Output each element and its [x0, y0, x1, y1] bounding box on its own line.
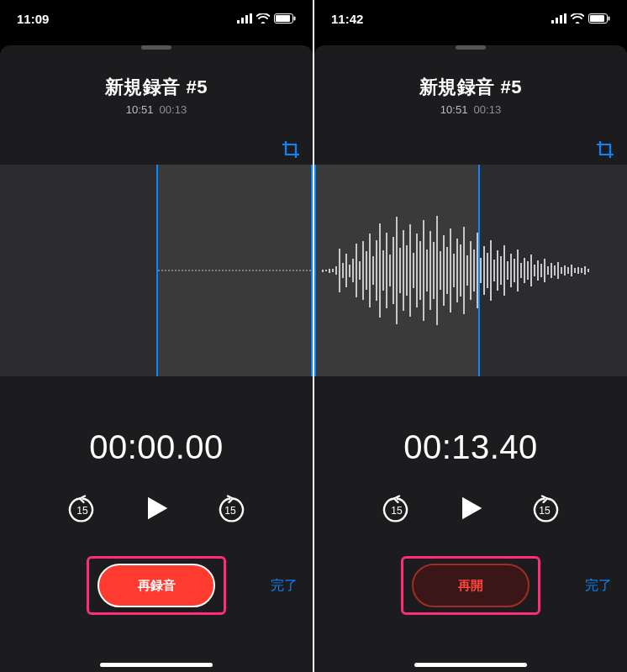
- svg-rect-11: [560, 15, 562, 24]
- waveform-area[interactable]: 00:0000:01: [0, 165, 313, 376]
- screen-right: 11:42 新規録音 #5 10:51 00:13: [314, 0, 627, 672]
- svg-text:15: 15: [224, 505, 236, 517]
- annotation-highlight: 再開: [401, 556, 540, 615]
- crop-icon[interactable]: [281, 139, 301, 163]
- annotation-highlight: 再録音: [87, 556, 226, 615]
- crop-icon[interactable]: [595, 139, 615, 163]
- svg-text:15: 15: [76, 505, 88, 517]
- screen-left: 11:09 新規録音 #5 10:51 00:13: [0, 0, 313, 672]
- playhead-time: 00:00.00: [0, 428, 313, 466]
- selection-handle-start[interactable]: [314, 165, 316, 376]
- done-button[interactable]: 完了: [271, 577, 298, 595]
- status-bar: 11:42: [314, 0, 627, 37]
- recording-meta: 10:51 00:13: [314, 103, 627, 116]
- record-button[interactable]: 再開: [412, 564, 530, 607]
- status-icons: [237, 13, 296, 24]
- svg-rect-15: [609, 17, 610, 21]
- status-icons: [551, 13, 610, 24]
- recording-title[interactable]: 新規録音 #5: [0, 75, 313, 100]
- sheet-grabber[interactable]: [456, 45, 486, 50]
- wifi-icon: [571, 13, 584, 24]
- cellular-icon: [551, 13, 566, 24]
- waveform: [156, 270, 313, 271]
- svg-rect-3: [250, 13, 252, 24]
- playhead-time: 00:13.40: [314, 428, 627, 466]
- svg-rect-9: [551, 20, 554, 24]
- status-time: 11:42: [331, 12, 363, 26]
- svg-rect-12: [564, 13, 566, 24]
- recording-title[interactable]: 新規録音 #5: [314, 75, 627, 100]
- play-button[interactable]: [140, 491, 173, 528]
- record-button[interactable]: 再録音: [97, 564, 215, 607]
- battery-icon: [274, 13, 296, 24]
- svg-text:15: 15: [539, 505, 551, 517]
- cellular-icon: [237, 13, 252, 24]
- status-time: 11:09: [17, 12, 49, 26]
- play-button[interactable]: [454, 491, 487, 528]
- edit-sheet: 新規録音 #5 10:51 00:13 00:0000:01: [0, 45, 313, 672]
- svg-rect-6: [294, 17, 296, 21]
- svg-rect-0: [237, 20, 240, 24]
- recording-meta: 10:51 00:13: [0, 103, 313, 116]
- status-bar: 11:09: [0, 0, 313, 37]
- svg-rect-10: [556, 18, 558, 24]
- battery-icon: [588, 13, 610, 24]
- svg-text:15: 15: [391, 505, 403, 517]
- home-indicator[interactable]: [100, 663, 213, 667]
- edit-sheet: 新規録音 #5 10:51 00:13 00:1200:1300:14: [314, 45, 627, 672]
- waveform-area[interactable]: 00:1200:1300:14: [314, 165, 627, 376]
- svg-rect-14: [590, 15, 604, 22]
- svg-rect-5: [276, 15, 290, 22]
- svg-rect-2: [245, 15, 248, 24]
- skip-back-button[interactable]: 15: [382, 495, 412, 525]
- done-button[interactable]: 完了: [585, 577, 612, 595]
- svg-rect-1: [241, 18, 244, 24]
- home-indicator[interactable]: [414, 663, 527, 667]
- wifi-icon: [256, 13, 270, 24]
- skip-forward-button[interactable]: 15: [215, 495, 245, 525]
- skip-forward-button[interactable]: 15: [530, 495, 560, 525]
- waveform: [320, 216, 627, 325]
- sheet-grabber[interactable]: [141, 45, 171, 50]
- skip-back-button[interactable]: 15: [67, 495, 97, 525]
